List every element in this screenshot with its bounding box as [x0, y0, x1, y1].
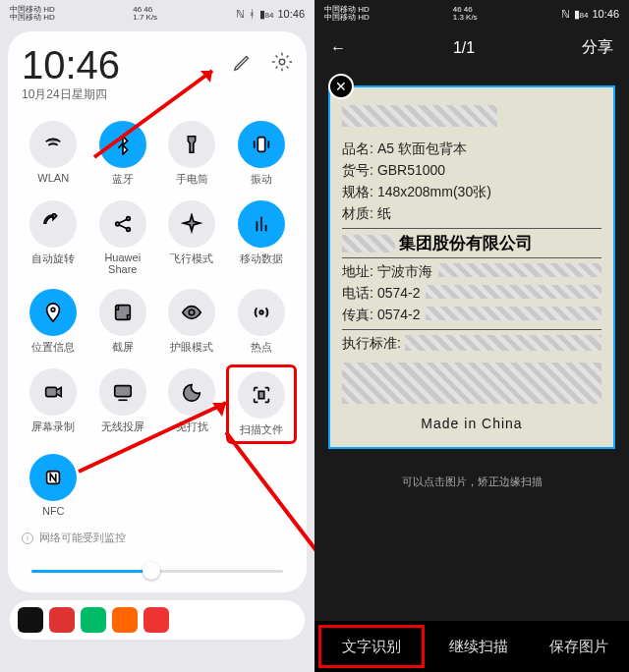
- wifi-icon: [29, 121, 77, 168]
- status-time: 10:46: [277, 8, 305, 20]
- action-ocr-button[interactable]: 文字识别: [318, 625, 425, 668]
- doc-key: 传真:: [342, 307, 373, 324]
- toggle-cast[interactable]: 无线投屏: [91, 368, 155, 440]
- doc-row: 地址:宁波市海: [342, 261, 601, 283]
- statusbar: 中国移动 HD 中国移动 HD 46 461.7 K/s ℕ ᚼ ▮84 10:…: [0, 0, 314, 28]
- toggle-label: WLAN: [37, 172, 69, 184]
- toggle-dnd[interactable]: 免打扰: [160, 368, 224, 440]
- toggle-location[interactable]: 位置信息: [22, 289, 86, 355]
- toggle-label: 飞行模式: [170, 252, 213, 266]
- doc-row: 执行标准:: [342, 333, 601, 355]
- made-in-label: Made in China: [342, 416, 601, 431]
- toggle-nfc[interactable]: NFC: [22, 454, 86, 517]
- toggle-label: 位置信息: [31, 340, 75, 355]
- doc-val: A5 软面包背本: [377, 140, 467, 158]
- doc-row: 品名:A5 软面包背本: [342, 139, 601, 160]
- toggle-hotspot[interactable]: 热点: [230, 289, 294, 355]
- dnd-icon: [168, 368, 215, 416]
- doc-row: 传真:0574-2: [342, 305, 601, 326]
- back-button[interactable]: ←: [330, 39, 346, 57]
- carrier: 中国移动 HD: [10, 14, 55, 22]
- svg-point-7: [190, 309, 196, 315]
- toggle-vibrate[interactable]: 振动: [230, 121, 294, 187]
- toggle-airplane[interactable]: 飞行模式: [160, 200, 224, 275]
- nfc-icon: ℕ: [561, 8, 570, 21]
- rotate-icon: [29, 200, 77, 248]
- doc-val: 0574-2: [377, 307, 421, 324]
- doc-key: 规格:: [342, 184, 373, 201]
- doc-key: 品名:: [342, 140, 373, 158]
- dock-app[interactable]: [81, 607, 106, 633]
- panel-date: 10月24日星期四: [22, 86, 120, 103]
- flashlight-icon: [168, 121, 215, 168]
- action-save-button[interactable]: 保存图片: [529, 621, 629, 672]
- redacted-block: [426, 307, 601, 320]
- net-speed: 1.7 K/s: [133, 14, 157, 22]
- toggle-wifi[interactable]: WLAN: [22, 121, 86, 187]
- scan-icon: [238, 371, 285, 419]
- info-icon: i: [22, 532, 33, 544]
- notification-panel: 10:46 10月24日星期四 WLAN蓝牙手电筒振动自动旋转Huawei Sh…: [8, 31, 307, 592]
- toggle-flashlight[interactable]: 手电筒: [160, 121, 224, 187]
- action-continue-button[interactable]: 继续扫描: [429, 621, 529, 672]
- toggle-eye[interactable]: 护眼模式: [160, 289, 224, 355]
- dock-app[interactable]: [18, 607, 43, 633]
- cast-icon: [99, 368, 146, 416]
- company-line: 集团股份有限公司: [342, 232, 601, 254]
- settings-icon[interactable]: [271, 51, 293, 77]
- toggle-data[interactable]: 移动数据: [230, 200, 294, 275]
- scanner-preview-screen: 中国移动 HD 中国移动 HD 46 461.3 K/s ℕ ▮84 10:46…: [314, 0, 629, 672]
- svg-point-0: [279, 59, 285, 65]
- toggle-label: Huawei Share: [91, 252, 155, 275]
- status-time: 10:46: [592, 8, 619, 20]
- toggle-label: 免打扰: [176, 420, 208, 434]
- redacted-block: [405, 335, 601, 351]
- toggle-scan[interactable]: 扫描文件: [226, 364, 298, 444]
- toggle-label: 自动旋转: [31, 252, 75, 266]
- toggle-share[interactable]: Huawei Share: [91, 200, 155, 275]
- share-icon: [99, 200, 146, 248]
- svg-point-4: [126, 228, 130, 232]
- scanned-document[interactable]: ✕ 品名:A5 软面包背本货号:GBR51000规格:148x208mm(30张…: [328, 85, 615, 449]
- toggle-record[interactable]: 屏幕录制: [22, 368, 86, 440]
- screenshot-icon: [99, 289, 146, 336]
- toggle-label: 护眼模式: [170, 340, 213, 355]
- doc-key: 材质:: [342, 205, 373, 223]
- toggle-label: 热点: [251, 340, 272, 355]
- edge-hint: 可以点击图片，矫正边缘扫描: [314, 475, 629, 489]
- dock-app[interactable]: [49, 607, 75, 633]
- record-icon: [29, 368, 77, 416]
- page-counter: 1/1: [453, 39, 475, 57]
- close-icon[interactable]: ✕: [328, 74, 354, 99]
- dock-app[interactable]: [112, 607, 138, 633]
- recent-apps-dock: [10, 600, 305, 640]
- svg-point-8: [259, 310, 263, 314]
- company-suffix: 集团股份有限公司: [399, 232, 533, 254]
- quick-toggle-grid: WLAN蓝牙手电筒振动自动旋转Huawei Share飞行模式移动数据位置信息截…: [22, 121, 293, 517]
- edit-icon[interactable]: [232, 51, 254, 77]
- brightness-slider[interactable]: [22, 559, 293, 583]
- location-icon: [29, 289, 77, 336]
- redacted-block: [438, 263, 601, 277]
- dock-app[interactable]: [143, 607, 169, 633]
- battery-icon: ▮84: [574, 8, 589, 21]
- svg-rect-10: [115, 386, 132, 397]
- redacted-block: [342, 235, 395, 252]
- toggle-label: 蓝牙: [112, 172, 134, 187]
- monitor-warning: i 网络可能受到监控: [22, 531, 293, 545]
- doc-row: 货号:GBR51000: [342, 160, 601, 182]
- bottom-action-bar: 文字识别继续扫描保存图片: [314, 621, 629, 672]
- bluetooth-icon: [99, 121, 146, 168]
- doc-key: 执行标准:: [342, 335, 401, 353]
- toggle-screenshot[interactable]: 截屏: [91, 289, 155, 355]
- toggle-rotate[interactable]: 自动旋转: [22, 200, 86, 275]
- share-button[interactable]: 分享: [582, 37, 613, 58]
- vibrate-icon: [238, 121, 285, 168]
- doc-row: 规格:148x208mm(30张): [342, 182, 601, 203]
- doc-val: 宁波市海: [377, 263, 432, 281]
- doc-val: 0574-2: [377, 285, 421, 303]
- nfc-icon: ℕ: [236, 8, 245, 21]
- doc-key: 地址:: [342, 263, 373, 281]
- toggle-bluetooth[interactable]: 蓝牙: [91, 121, 155, 187]
- doc-key: 电话:: [342, 285, 373, 303]
